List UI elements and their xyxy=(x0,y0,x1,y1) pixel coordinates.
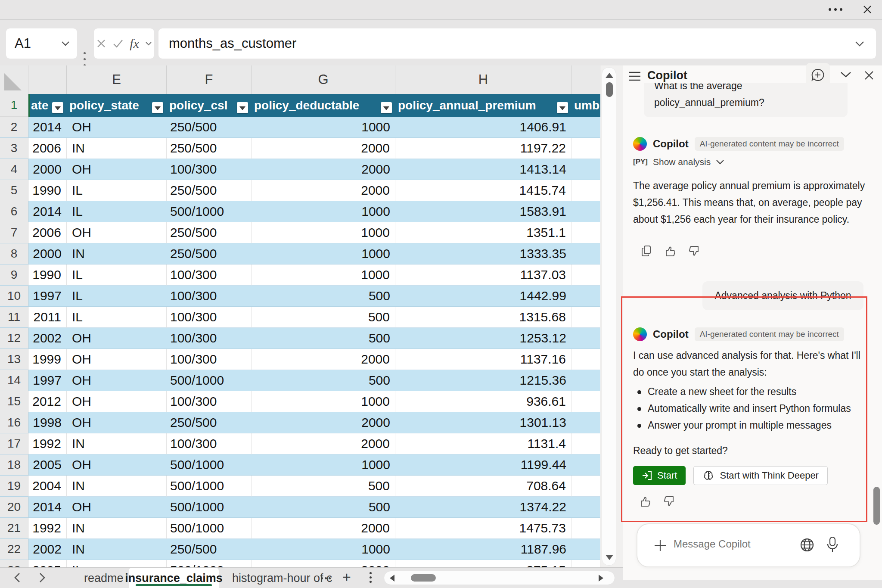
row-heading-5[interactable]: 5 xyxy=(0,180,28,201)
row-heading-22[interactable]: 22 xyxy=(0,539,28,560)
select-all-corner[interactable] xyxy=(0,65,28,94)
column-heading-F[interactable]: F xyxy=(167,65,252,94)
cell[interactable] xyxy=(571,391,600,412)
cell[interactable]: 2002 xyxy=(28,328,67,349)
cell[interactable]: IN xyxy=(67,138,167,159)
cell[interactable]: 1137.16 xyxy=(395,349,571,370)
row-heading-13[interactable]: 13 xyxy=(0,349,28,370)
cell[interactable]: 500/1000 xyxy=(167,454,252,476)
cell[interactable]: 250/500 xyxy=(167,138,252,159)
cell[interactable]: OH xyxy=(67,222,167,243)
add-sheet-icon[interactable]: + xyxy=(342,569,351,585)
cell[interactable]: 2011 xyxy=(28,307,67,328)
cell[interactable]: 1990 xyxy=(28,264,67,286)
cell[interactable]: 1442.99 xyxy=(395,286,571,307)
cell[interactable] xyxy=(571,497,600,518)
cell[interactable]: IL xyxy=(67,286,167,307)
row-heading-21[interactable]: 21 xyxy=(0,518,28,539)
cell[interactable]: OH xyxy=(67,412,167,433)
header-cell-policy_state[interactable]: policy_state xyxy=(67,94,167,117)
cell[interactable]: 2000 xyxy=(252,159,395,180)
row-heading-6[interactable]: 6 xyxy=(0,201,28,222)
cell[interactable]: 1000 xyxy=(252,454,395,476)
row-heading-20[interactable]: 20 xyxy=(0,497,28,518)
cell[interactable]: 1000 xyxy=(252,243,395,264)
cell[interactable]: IN xyxy=(67,518,167,539)
cell[interactable]: 1000 xyxy=(252,539,395,560)
microphone-icon[interactable] xyxy=(826,536,839,554)
cell[interactable]: IN xyxy=(67,539,167,560)
scroll-left-icon[interactable] xyxy=(390,575,394,582)
cancel-entry-icon[interactable] xyxy=(96,38,106,49)
cell[interactable]: 100/300 xyxy=(167,328,252,349)
cell[interactable]: 100/300 xyxy=(167,159,252,180)
cell[interactable]: 1253.12 xyxy=(395,328,571,349)
cell[interactable]: 1137.03 xyxy=(395,264,571,286)
cell[interactable]: 1197.22 xyxy=(395,138,571,159)
copy-icon[interactable] xyxy=(641,245,652,257)
cell[interactable]: 1000 xyxy=(252,117,395,138)
filter-dropdown-icon[interactable] xyxy=(381,102,392,113)
start-think-deeper-button[interactable]: Start with Think Deeper xyxy=(693,466,827,485)
cell[interactable]: 1990 xyxy=(28,180,67,201)
cell[interactable]: OH xyxy=(67,159,167,180)
cell[interactable]: 100/300 xyxy=(167,349,252,370)
cell[interactable]: 1000 xyxy=(252,391,395,412)
cell[interactable]: 1000 xyxy=(252,222,395,243)
cell[interactable] xyxy=(571,180,600,201)
filter-dropdown-icon[interactable] xyxy=(557,102,568,113)
row-heading-3[interactable]: 3 xyxy=(0,138,28,159)
filter-dropdown-icon[interactable] xyxy=(152,102,163,113)
tab-insurance-claims[interactable]: insurance_claims xyxy=(129,568,219,588)
cell[interactable]: IL xyxy=(67,560,167,567)
cell[interactable]: 250/500 xyxy=(167,412,252,433)
cell[interactable]: 2000 xyxy=(252,518,395,539)
cell[interactable]: 2000 xyxy=(252,433,395,454)
panel-close-icon[interactable] xyxy=(863,69,876,82)
cell[interactable]: 1997 xyxy=(28,370,67,391)
globe-icon[interactable] xyxy=(799,537,815,553)
cell[interactable]: 1301.13 xyxy=(395,412,571,433)
show-analysis-toggle[interactable]: [PY] Show analysis xyxy=(633,157,863,167)
header-cell-umb[interactable]: umb xyxy=(571,94,600,117)
cell[interactable]: 1415.74 xyxy=(395,180,571,201)
attach-plus-icon[interactable] xyxy=(653,538,668,553)
cell[interactable]: 500 xyxy=(252,497,395,518)
cell[interactable]: 250/500 xyxy=(167,117,252,138)
cell[interactable]: 2004 xyxy=(28,476,67,497)
vertical-scroll-thumb[interactable] xyxy=(606,82,613,97)
cell[interactable]: IN xyxy=(67,243,167,264)
filter-dropdown-icon[interactable] xyxy=(52,102,63,113)
sheet-nav-next-icon[interactable] xyxy=(36,571,47,584)
cell[interactable] xyxy=(571,222,600,243)
cell[interactable]: 2002 xyxy=(28,539,67,560)
tab-overflow-icon[interactable] xyxy=(321,577,331,579)
cell[interactable]: 1413.14 xyxy=(395,159,571,180)
column-heading-G[interactable]: G xyxy=(252,65,395,94)
cell[interactable]: 708.64 xyxy=(395,476,571,497)
cell[interactable] xyxy=(571,539,600,560)
cell[interactable]: 100/300 xyxy=(167,307,252,328)
sheet-options-icon[interactable] xyxy=(370,572,372,583)
cell[interactable]: 2012 xyxy=(28,391,67,412)
column-heading-H[interactable]: H xyxy=(395,65,571,94)
scroll-down-icon[interactable] xyxy=(606,555,613,560)
cell[interactable] xyxy=(571,412,600,433)
cell[interactable]: OH xyxy=(67,349,167,370)
cell[interactable]: IN xyxy=(67,476,167,497)
cell[interactable]: 100/300 xyxy=(167,286,252,307)
cell[interactable]: 1374.22 xyxy=(395,497,571,518)
cell[interactable] xyxy=(571,117,600,138)
cell[interactable]: 1997 xyxy=(28,286,67,307)
cell[interactable]: 2014 xyxy=(28,201,67,222)
cell[interactable]: 2005 xyxy=(28,454,67,476)
column-heading-E[interactable]: E xyxy=(67,65,167,94)
cell[interactable]: 500/1000 xyxy=(167,497,252,518)
cell[interactable]: 2000 xyxy=(28,243,67,264)
thumbs-down-icon[interactable] xyxy=(688,245,700,257)
cell[interactable]: 2000 xyxy=(252,138,395,159)
row-heading-10[interactable]: 10 xyxy=(0,286,28,307)
scroll-right-icon[interactable] xyxy=(599,575,603,582)
cell[interactable]: OH xyxy=(67,497,167,518)
thumbs-up-icon[interactable] xyxy=(639,495,651,507)
